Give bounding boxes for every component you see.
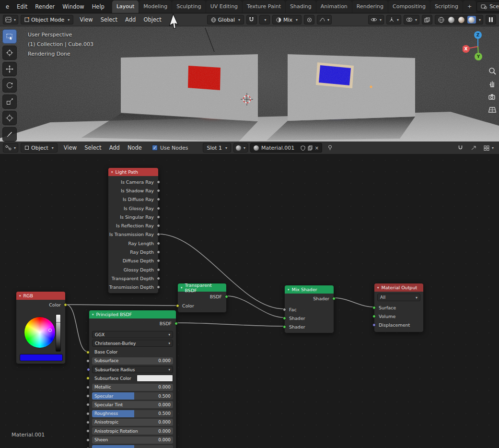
output-target-dropdown[interactable]: All ▾ — [377, 294, 420, 301]
principled-row[interactable]: Sheen 0.000 ▾ — [92, 436, 173, 444]
output-socket[interactable] — [225, 295, 228, 298]
scene-selector[interactable]: Scene ▾ — [476, 1, 499, 12]
value-slider[interactable] — [56, 314, 61, 352]
rotate-tool[interactable] — [2, 78, 17, 93]
slot-dropdown[interactable]: Slot 1 ▾ — [203, 143, 231, 153]
viewport-3d[interactable]: User Perspective (1) Collection | Cube.0… — [0, 26, 499, 141]
pause-button[interactable] — [486, 15, 496, 24]
input-socket[interactable] — [176, 304, 179, 307]
principled-row[interactable]: Specular Tint 0.000 ▾ — [92, 401, 173, 408]
shading-material-button[interactable] — [457, 16, 466, 24]
input-socket[interactable] — [86, 377, 90, 380]
shader-type-dropdown[interactable]: Object ▾ — [21, 143, 58, 153]
principled-row[interactable]: Roughness 0.500 ▾ — [92, 410, 173, 417]
menu-item[interactable]: Window — [58, 3, 88, 10]
viewport-menu-item[interactable]: Add — [121, 16, 139, 23]
principled-row[interactable]: ▾ — [92, 445, 173, 448]
node-header[interactable]: ▾ Material Output — [374, 283, 423, 292]
input-socket[interactable] — [86, 394, 90, 398]
zoom-icon[interactable] — [488, 67, 497, 75]
node-header[interactable]: ▾ RGB — [16, 292, 65, 300]
orientation-dropdown[interactable]: Global ▾ — [207, 15, 244, 24]
collapse-icon[interactable]: ▾ — [111, 170, 113, 174]
workspace-tab[interactable]: UV Editing — [206, 0, 242, 13]
editor-type-button[interactable]: ▾ — [3, 15, 18, 24]
scale-tool[interactable] — [2, 94, 17, 109]
principled-row[interactable]: GGX ▾ — [92, 331, 173, 338]
workspace-tab[interactable]: Texture Paint — [243, 0, 285, 13]
mode-dropdown[interactable]: Object Mode ▾ — [21, 15, 73, 24]
transform-tool[interactable] — [2, 111, 17, 125]
menu-item[interactable]: Edit — [13, 3, 31, 10]
gizmos-dropdown[interactable]: ▾ — [386, 15, 401, 24]
use-nodes-checkbox[interactable]: ✓ Use Nodes — [152, 145, 188, 151]
color-wheel[interactable] — [24, 317, 56, 348]
input-socket[interactable] — [87, 368, 90, 371]
output-socket[interactable] — [157, 250, 160, 254]
output-socket[interactable] — [157, 215, 160, 219]
shading-solid-button[interactable] — [447, 16, 456, 24]
overlays-dropdown[interactable]: ▾ — [404, 15, 419, 24]
output-socket[interactable] — [157, 207, 160, 210]
snap-dropdown[interactable]: ▾ — [259, 15, 270, 24]
falloff-dropdown[interactable]: ▾ — [317, 15, 332, 24]
editor-options-button[interactable]: ▾ — [481, 143, 496, 153]
node-light-path[interactable]: ▾ Light Path Is Camera Ray Is Shadow Ray — [108, 167, 159, 294]
workspace-tab[interactable]: Modeling — [139, 0, 172, 13]
shading-wireframe-button[interactable] — [437, 16, 446, 24]
node-header[interactable]: ▾ Mix Shader — [285, 285, 334, 294]
output-socket[interactable] — [64, 303, 67, 307]
workspace-tab[interactable]: Sculpting — [172, 0, 205, 13]
input-socket[interactable] — [86, 438, 90, 442]
output-socket[interactable] — [174, 322, 178, 325]
input-socket[interactable] — [86, 386, 90, 389]
principled-row[interactable]: Subsurface Color ▾ — [92, 375, 173, 382]
blend-mode-dropdown[interactable]: Mix ▾ — [272, 15, 302, 24]
shader-menu-item[interactable]: View — [60, 144, 81, 151]
viewport-menu-item[interactable]: View — [76, 16, 96, 23]
input-socket[interactable] — [86, 403, 90, 406]
principled-row[interactable]: Base Color ▾ — [92, 349, 173, 356]
output-socket[interactable] — [332, 297, 336, 300]
input-socket[interactable] — [372, 306, 376, 309]
proportional-editing-toggle[interactable] — [304, 15, 314, 24]
navigation-gizmo[interactable]: Z X Y — [463, 29, 493, 61]
node-header[interactable]: ▾ Transparent BSDF — [178, 283, 226, 292]
shader-menu-item[interactable]: Select — [81, 144, 105, 151]
node-principled-bsdf[interactable]: ▾ Principled BSDF BSDF GGX ▾ — [89, 310, 176, 448]
duplicate-icon[interactable] — [308, 145, 313, 151]
camera-view-icon[interactable] — [488, 93, 497, 101]
viewport-menu-item[interactable]: Select — [97, 16, 121, 23]
snapping-button[interactable] — [455, 143, 466, 153]
workspace-tab[interactable]: Compositing — [388, 0, 430, 13]
input-socket[interactable] — [86, 412, 90, 415]
workspace-tab[interactable]: Scripting — [430, 0, 463, 13]
input-socket[interactable] — [86, 421, 90, 424]
grid-perspective-icon[interactable] — [488, 106, 497, 114]
snap-magnet-toggle[interactable] — [246, 15, 257, 24]
color-swatch[interactable] — [20, 354, 63, 361]
workspace-tab[interactable]: Layout — [112, 0, 139, 13]
workspace-tab[interactable]: Rendering — [352, 0, 388, 13]
shading-rendered-button[interactable] — [467, 16, 476, 24]
workspace-tab[interactable]: + — [463, 0, 476, 13]
input-socket[interactable] — [283, 325, 286, 329]
input-socket[interactable] — [86, 351, 90, 354]
output-socket[interactable] — [157, 277, 160, 280]
workspace-tab[interactable]: Animation — [316, 0, 352, 13]
collapse-icon[interactable]: ▾ — [19, 294, 21, 298]
principled-row[interactable]: Subsurface 0.000 ▾ — [92, 357, 173, 365]
material-name-field[interactable]: Material.001 × — [250, 143, 322, 153]
pin-button[interactable] — [325, 143, 335, 153]
node-header[interactable]: ▾ Principled BSDF — [89, 310, 176, 318]
collapse-icon[interactable]: ▾ — [288, 288, 290, 292]
overlap-button[interactable] — [468, 143, 479, 153]
collapse-icon[interactable]: ▾ — [181, 286, 183, 290]
select-box-tool[interactable] — [2, 29, 17, 44]
visibility-dropdown[interactable]: ▾ — [368, 15, 384, 24]
principled-row[interactable]: Anisotropic 0.000 ▾ — [92, 419, 173, 426]
principled-row[interactable]: Specular 0.500 ▾ — [92, 392, 173, 400]
node-material-output[interactable]: ▾ Material Output All ▾ Surface Volume — [374, 283, 424, 332]
node-rgb[interactable]: ▾ RGB Color — [16, 291, 66, 364]
principled-row[interactable]: Metallic 0.000 ▾ — [92, 384, 173, 391]
